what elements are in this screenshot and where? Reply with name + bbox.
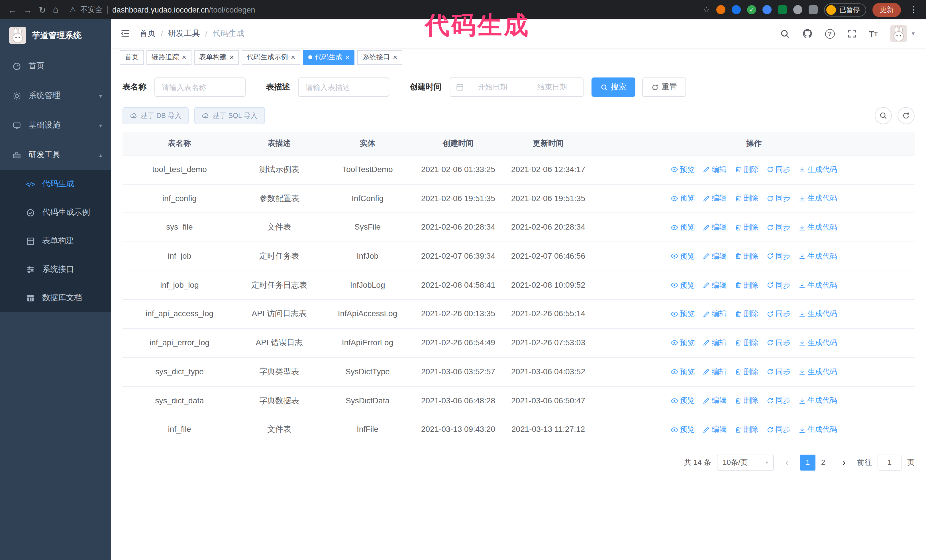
generate-code-link[interactable]: 生成代码 — [798, 395, 837, 406]
preview-link[interactable]: 预览 — [671, 164, 694, 175]
sidebar-item-codegen[interactable]: </> 代码生成 — [0, 170, 111, 198]
generate-code-link[interactable]: 生成代码 — [798, 193, 837, 204]
browser-update-button[interactable]: 更新 — [872, 3, 901, 17]
page-button-2[interactable]: 2 — [816, 454, 831, 471]
breadcrumb-home[interactable]: 首页 — [139, 29, 156, 39]
breadcrumb-dev-tools[interactable]: 研发工具 — [168, 29, 200, 39]
import-db-button[interactable]: 基于 DB 导入 — [123, 107, 189, 124]
edit-link[interactable]: 编辑 — [703, 193, 726, 204]
table-desc-input[interactable] — [298, 77, 389, 97]
edit-link[interactable]: 编辑 — [703, 279, 726, 291]
generate-code-link[interactable]: 生成代码 — [798, 164, 837, 175]
edit-link[interactable]: 编辑 — [703, 251, 726, 262]
edit-link[interactable]: 编辑 — [703, 424, 726, 435]
refresh-table-button[interactable] — [897, 107, 915, 124]
forward-icon[interactable]: → — [23, 5, 32, 14]
hamburger-icon[interactable] — [111, 29, 139, 39]
tab-链路追踪[interactable]: 链路追踪× — [147, 50, 191, 65]
delete-link[interactable]: 删除 — [735, 366, 758, 377]
edit-link[interactable]: 编辑 — [703, 337, 726, 349]
import-sql-button[interactable]: 基于 SQL 导入 — [195, 107, 265, 124]
close-tab-icon[interactable]: × — [291, 54, 295, 61]
sidebar-item-system-management[interactable]: 系统管理 ▾ — [0, 81, 111, 110]
preview-link[interactable]: 预览 — [671, 251, 694, 262]
sync-link[interactable]: 同步 — [766, 279, 790, 291]
tab-首页[interactable]: 首页 — [120, 50, 144, 65]
sync-link[interactable]: 同步 — [766, 251, 790, 262]
sync-link[interactable]: 同步 — [766, 222, 790, 233]
generate-code-link[interactable]: 生成代码 — [798, 279, 837, 291]
tab-表单构建[interactable]: 表单构建× — [194, 50, 239, 65]
tab-代码生成示例[interactable]: 代码生成示例× — [242, 50, 300, 65]
sidebar-item-system-api[interactable]: 系统接口 — [0, 255, 111, 284]
help-icon[interactable]: ? — [825, 29, 835, 38]
sync-link[interactable]: 同步 — [766, 193, 790, 204]
delete-link[interactable]: 删除 — [735, 193, 758, 204]
close-tab-icon[interactable]: × — [393, 54, 397, 61]
search-icon[interactable] — [780, 29, 790, 38]
sidebar-item-codegen-example[interactable]: 代码生成示例 — [0, 198, 111, 227]
preview-link[interactable]: 预览 — [671, 222, 694, 233]
home-icon[interactable]: ⌂ — [53, 5, 58, 14]
generate-code-link[interactable]: 生成代码 — [798, 251, 837, 262]
sync-link[interactable]: 同步 — [766, 424, 790, 435]
extension-icon-1[interactable] — [716, 5, 725, 14]
prev-page-button[interactable]: ‹ — [779, 454, 794, 471]
table-name-input[interactable] — [154, 77, 246, 97]
sidebar-item-db-docs[interactable]: 数据库文档 — [0, 284, 111, 312]
close-tab-icon[interactable]: × — [182, 54, 186, 61]
delete-link[interactable]: 删除 — [735, 251, 758, 262]
edit-link[interactable]: 编辑 — [703, 395, 726, 406]
sync-link[interactable]: 同步 — [766, 308, 790, 320]
delete-link[interactable]: 删除 — [735, 164, 758, 175]
delete-link[interactable]: 删除 — [735, 308, 758, 320]
sidebar-item-dev-tools[interactable]: 研发工具 ▴ — [0, 140, 111, 170]
close-tab-icon[interactable]: × — [229, 54, 234, 61]
tab-代码生成[interactable]: 代码生成× — [303, 50, 355, 65]
edit-link[interactable]: 编辑 — [703, 366, 726, 377]
delete-link[interactable]: 删除 — [735, 337, 758, 349]
fullscreen-icon[interactable] — [847, 29, 856, 38]
generate-code-link[interactable]: 生成代码 — [798, 308, 837, 320]
close-tab-icon[interactable]: × — [345, 54, 350, 61]
next-page-button[interactable]: › — [837, 454, 851, 471]
profile-paused-badge[interactable]: 已暂停 — [824, 3, 866, 16]
github-icon[interactable] — [802, 29, 813, 39]
sidebar-item-infrastructure[interactable]: 基础设施 ▾ — [0, 110, 111, 140]
delete-link[interactable]: 删除 — [735, 424, 758, 435]
page-button-1[interactable]: 1 — [800, 454, 816, 471]
address-bar[interactable]: ⚠ 不安全 dashboard.yudao.iocoder.cn/tool/co… — [67, 5, 703, 15]
preview-link[interactable]: 预览 — [671, 193, 694, 204]
edit-link[interactable]: 编辑 — [703, 222, 726, 233]
back-icon[interactable]: ← — [8, 5, 17, 14]
generate-code-link[interactable]: 生成代码 — [798, 424, 837, 435]
preview-link[interactable]: 预览 — [671, 337, 694, 349]
sync-link[interactable]: 同步 — [766, 366, 790, 377]
preview-link[interactable]: 预览 — [671, 308, 694, 320]
extension-icon-2[interactable] — [732, 5, 741, 14]
reset-button[interactable]: 重置 — [642, 77, 686, 97]
sync-link[interactable]: 同步 — [766, 395, 790, 406]
browser-menu-icon[interactable]: ⋮ — [907, 5, 920, 15]
generate-code-link[interactable]: 生成代码 — [798, 366, 837, 377]
extension-icon-6[interactable] — [793, 5, 802, 14]
user-menu[interactable]: ▼ — [890, 25, 916, 42]
extension-icon-4[interactable] — [763, 5, 772, 14]
date-range-picker[interactable]: 开始日期 - 结束日期 — [449, 77, 584, 97]
refresh-icon[interactable]: ↻ — [39, 5, 46, 14]
sidebar-item-home[interactable]: 首页 — [0, 51, 111, 81]
extension-icon-3[interactable]: ✓ — [747, 5, 756, 14]
search-button[interactable]: 搜索 — [592, 77, 635, 97]
sync-link[interactable]: 同步 — [766, 337, 790, 349]
preview-link[interactable]: 预览 — [671, 366, 694, 377]
toggle-search-button[interactable] — [875, 107, 892, 124]
preview-link[interactable]: 预览 — [671, 279, 694, 291]
font-size-icon[interactable]: TT — [869, 29, 878, 38]
page-size-select[interactable]: 10条/页 ▾ — [717, 454, 774, 471]
extensions-puzzle-icon[interactable] — [809, 5, 818, 14]
sync-link[interactable]: 同步 — [766, 164, 790, 175]
bookmark-star-icon[interactable]: ☆ — [703, 5, 710, 14]
edit-link[interactable]: 编辑 — [703, 164, 726, 175]
delete-link[interactable]: 删除 — [735, 279, 758, 291]
tab-系统接口[interactable]: 系统接口× — [357, 50, 402, 65]
